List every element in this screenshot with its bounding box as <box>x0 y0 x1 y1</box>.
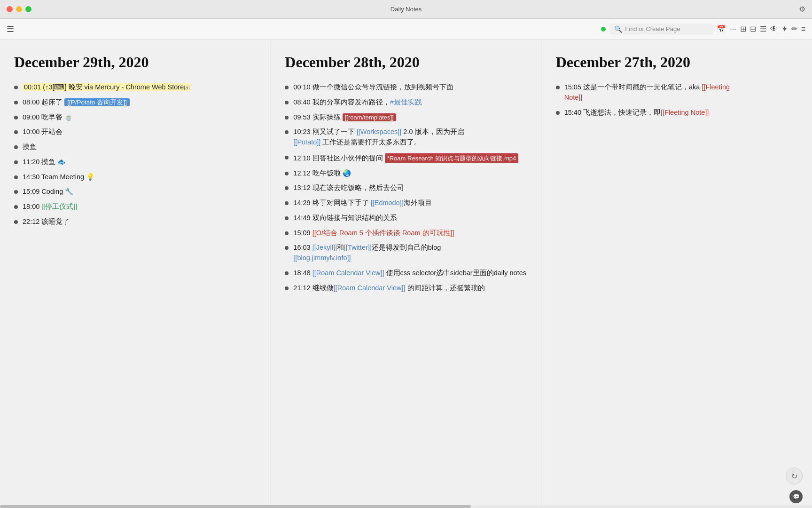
bullet-dot <box>14 116 18 119</box>
item-content: 00:10 做一个微信公众号导流链接，放到视频号下面 <box>293 82 527 93</box>
toolbar: ☰ 🔍 Find or Create Page 📅 ··· ⊞ ⊟ ☰ 👁 ✦ … <box>0 19 812 40</box>
internal-link[interactable]: [[FleetingNote]] <box>564 83 730 101</box>
minimize-button[interactable] <box>16 6 22 12</box>
item-content: 22:12 该睡觉了 <box>23 217 256 227</box>
grid2-icon[interactable]: ⊟ <box>750 24 756 33</box>
col3-list: 15:05 这是一个带时间戳的一元化笔记，aka [[FleetingNote]… <box>556 82 798 118</box>
tag-link[interactable]: #最佳实践 <box>390 98 422 106</box>
item-content: 21:12 继续做[[Roam Calendar View]] 的间距计算，还挺… <box>293 283 527 294</box>
floating-action-button[interactable]: ↻ <box>786 468 803 484</box>
list-item: 12:12 吃午饭啦 🌏 <box>285 168 527 179</box>
bullet-dot <box>285 286 289 290</box>
list-item: 15:09 [[O/结合 Roam 5 个插件谈谈 Roam 的可玩性]] <box>285 228 527 238</box>
main-content: December 29th, 2020 00:01 (↑3[⌨] 晚安 via … <box>0 40 812 508</box>
internal-link[interactable]: [[Fleeting Note]] <box>661 109 709 116</box>
toolbar-right: 🔍 Find or Create Page 📅 ··· ⊞ ⊟ ☰ 👁 ✦ ✏ … <box>601 24 805 35</box>
bottom-chat-button[interactable]: 💬 <box>789 490 803 503</box>
list-item: 11:20 摸鱼 🐟 <box>14 157 256 167</box>
internal-link[interactable]: [[Workspaces]] <box>357 128 402 135</box>
list-item: 09:00 吃早餐 🍵 <box>14 112 256 123</box>
bullet-dot <box>285 172 289 175</box>
item-content: 08:00 起床了 [[P/Potato 咨询开发]] <box>23 97 256 108</box>
list-item: 15:40 飞逝想法，快速记录，即[[Fleeting Note]] <box>556 108 798 118</box>
item-content: 15:09 Coding 🔧 <box>23 187 256 197</box>
list-item: 00:01 (↑3[⌨] 晚安 via Mercury - Chrome Web… <box>14 82 256 93</box>
toolbar-left: ☰ <box>7 24 14 34</box>
item-content: 10:23 刚又试了一下 [[Workspaces]] 2.0 版本，因为开启[… <box>293 127 527 148</box>
close-button[interactable] <box>7 6 13 12</box>
internal-link[interactable]: [[Edmodo]] <box>371 199 404 206</box>
settings-icon[interactable]: ⚙ <box>799 5 805 13</box>
bullet-dot <box>285 116 289 119</box>
search-icon: 🔍 <box>614 25 622 33</box>
bullet-dot <box>285 231 289 235</box>
highlight-link[interactable]: [[P/Potato 咨询开发]] <box>64 98 130 106</box>
item-content: 09:53 实际操练 [[roam/templates]] <box>293 112 527 123</box>
col2-title: December 28th, 2020 <box>285 54 527 71</box>
internal-link[interactable]: [[Potato]] <box>293 138 320 146</box>
bullet-dot <box>285 101 289 104</box>
list-item: 15:05 这是一个带时间戳的一元化笔记，aka [[FleetingNote]… <box>556 82 798 103</box>
bullet-dot <box>14 205 18 209</box>
item-content: 12:10 回答社区小伙伴的提问 *Roam Research 知识点与题型的双… <box>293 152 527 164</box>
calendar-icon[interactable]: 📅 <box>717 24 726 33</box>
bullet-dot <box>14 175 18 179</box>
highlight-text: *Roam Research 知识点与题型的双向链接.mp4 <box>385 153 519 164</box>
highlight-text: 00:01 (↑3[⌨] 晚安 via Mercury - Chrome Web… <box>23 83 191 91</box>
grid-icon[interactable]: ⊞ <box>740 24 746 33</box>
star-icon[interactable]: ✦ <box>781 24 788 33</box>
highlight-link[interactable]: [[roam/templates]] <box>343 113 396 121</box>
internal-link[interactable]: [[O/结合 Roam 5 个插件谈谈 Roam 的可玩性]] <box>312 229 454 237</box>
item-content: 14:49 双向链接与知识结构的关系 <box>293 213 527 223</box>
edit-icon[interactable]: ✏ <box>791 24 797 33</box>
col3-title: December 27th, 2020 <box>556 54 798 71</box>
list-item: 摸鱼 <box>14 142 256 152</box>
bullet-dot <box>285 130 289 134</box>
list-item: 12:10 回答社区小伙伴的提问 *Roam Research 知识点与题型的双… <box>285 152 527 164</box>
bullet-dot <box>14 160 18 164</box>
col1-list: 00:01 (↑3[⌨] 晚安 via Mercury - Chrome Web… <box>14 82 256 227</box>
item-content: 10:00 开站会 <box>23 127 256 137</box>
eye-icon[interactable]: 👁 <box>770 25 778 33</box>
col2-list: 00:10 做一个微信公众号导流链接，放到视频号下面 08:40 我的分享内容发… <box>285 82 527 293</box>
list-item: 21:12 继续做[[Roam Calendar View]] 的间距计算，还挺… <box>285 283 527 294</box>
list-item: 00:10 做一个微信公众号导流链接，放到视频号下面 <box>285 82 527 93</box>
internal-link[interactable]: [[Twitter]] <box>344 244 372 251</box>
list-item: 08:00 起床了 [[P/Potato 咨询开发]] <box>14 97 256 108</box>
horizontal-scrollbar[interactable] <box>0 505 812 508</box>
list-item: 18:00 [[停工仪式]] <box>14 202 256 212</box>
menu-icon[interactable]: ☰ <box>7 24 14 34</box>
internal-link[interactable]: [[blog.jimmylv.info]] <box>293 254 351 262</box>
item-content: 09:00 吃早餐 🍵 <box>23 112 256 123</box>
maximize-button[interactable] <box>25 6 31 12</box>
bullet-dot <box>14 86 18 89</box>
internal-link[interactable]: [[Roam Calendar View]] <box>312 269 384 277</box>
bullets-icon[interactable]: ≡ <box>801 25 805 33</box>
search-bar[interactable]: 🔍 Find or Create Page <box>609 24 713 35</box>
item-content: 13:12 现在该去吃饭略，然后去公司 <box>293 183 527 193</box>
bullet-dot <box>285 186 289 190</box>
bullet-dot <box>285 246 289 250</box>
list-item: 18:48 [[Roam Calendar View]] 使用css selec… <box>285 268 527 278</box>
list-icon[interactable]: ☰ <box>760 24 766 33</box>
list-item: 13:12 现在该去吃饭略，然后去公司 <box>285 183 527 193</box>
internal-link[interactable]: [[Roam Calendar View]] <box>334 284 406 292</box>
window-title: Daily Notes <box>390 6 422 13</box>
internal-link[interactable]: [[Jekyll]] <box>312 244 337 251</box>
list-item: 10:00 开站会 <box>14 127 256 137</box>
bullet-dot <box>285 271 289 275</box>
item-content: 18:00 [[停工仪式]] <box>23 202 256 212</box>
bullet-dot <box>285 201 289 205</box>
col1-title: December 29th, 2020 <box>14 54 256 71</box>
item-content: 15:40 飞逝想法，快速记录，即[[Fleeting Note]] <box>564 108 798 118</box>
list-item: 15:09 Coding 🔧 <box>14 187 256 197</box>
item-content: 14:29 终于对网络下手了 [[Edmodo]]海外项目 <box>293 198 527 208</box>
internal-link[interactable]: [[停工仪式]] <box>41 203 77 210</box>
item-content: 12:12 吃午饭啦 🌏 <box>293 168 527 179</box>
list-item: 14:49 双向链接与知识结构的关系 <box>285 213 527 223</box>
list-item: 09:53 实际操练 [[roam/templates]] <box>285 112 527 123</box>
more-icon[interactable]: ··· <box>730 25 736 33</box>
list-item: 10:23 刚又试了一下 [[Workspaces]] 2.0 版本，因为开启[… <box>285 127 527 148</box>
action-icon: ↻ <box>791 472 797 481</box>
item-content: 16:03 [[Jekyll]]和[[Twitter]]还是得发到自己的blog… <box>293 243 527 263</box>
